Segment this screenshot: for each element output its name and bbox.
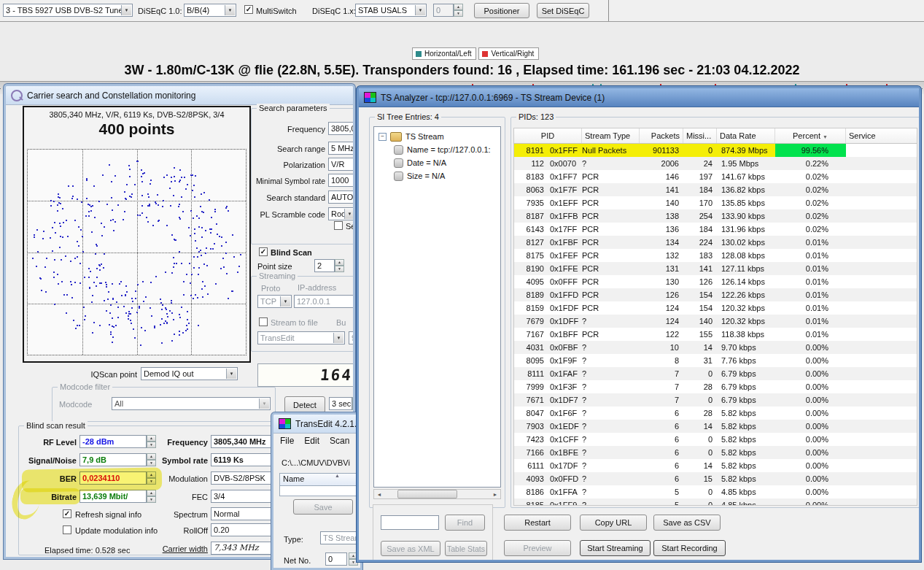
pid-row[interactable]: 81830x1FF7PCR146197141.67 kbps0.02% bbox=[514, 170, 917, 183]
min-symbol-rate-input[interactable]: 1000 bbox=[328, 174, 355, 187]
refresh-signal-checkbox[interactable]: ✓ bbox=[63, 509, 71, 518]
tree-item-date[interactable]: Date = N/A bbox=[374, 156, 500, 169]
pid-row[interactable]: 71670x1BFFPCR122155118.38 kbps0.01% bbox=[514, 328, 917, 341]
search-checkbox[interactable] bbox=[334, 221, 343, 230]
iqscan-point-select[interactable]: Demod IQ out ▼ bbox=[141, 367, 238, 380]
pid-row[interactable]: 81870x1FFBPCR138254133.90 kbps0.02% bbox=[514, 209, 917, 223]
detect-button[interactable]: Detect bbox=[284, 396, 325, 413]
spinner-up-icon[interactable]: ▲ bbox=[454, 4, 463, 10]
start-recording-button[interactable]: Start Recording bbox=[653, 540, 726, 556]
search-range-input[interactable]: 5 MHz bbox=[328, 142, 355, 155]
polarization-input[interactable]: V/R bbox=[328, 158, 355, 171]
search-standard-input[interactable]: AUTO bbox=[328, 190, 355, 204]
pid-row[interactable]: 79030x1EDF?6145.82 kbps0.00% bbox=[514, 420, 917, 433]
pid-row[interactable]: 79350x1EFFPCR140170135.85 kbps0.02% bbox=[514, 196, 917, 209]
positioner-button[interactable]: Positioner bbox=[474, 3, 529, 18]
menu-edit[interactable]: Edit bbox=[304, 436, 319, 448]
net-no-input[interactable]: 0 bbox=[325, 552, 347, 566]
multiswitch-checkbox[interactable]: ✓ bbox=[244, 5, 253, 14]
carrier-window-titlebar[interactable]: Carrier search and Constellation monitor… bbox=[6, 86, 353, 105]
transedit-titlebar[interactable]: TransEdit 4.2.1.1 bbox=[273, 415, 360, 434]
buffer-input[interactable]: 96 bbox=[349, 331, 355, 344]
column-packets[interactable]: Packets bbox=[640, 128, 683, 143]
menu-file[interactable]: File bbox=[280, 436, 294, 448]
scrollbar-thumb[interactable] bbox=[397, 490, 457, 498]
diseqc1x-select[interactable]: STAB USALS ▼ bbox=[355, 4, 427, 17]
stream-device-select[interactable]: TransEdit ▼ bbox=[257, 331, 345, 344]
spinner-up-icon[interactable]: ▲ bbox=[335, 259, 344, 266]
pid-row[interactable]: 81860x1FFA?504.85 kbps0.00% bbox=[514, 485, 917, 498]
pid-row[interactable]: 81110x1FAF?706.79 kbps0.00% bbox=[514, 367, 917, 380]
pid-row[interactable]: 40930x0FFD?6155.82 kbps0.00% bbox=[514, 472, 917, 485]
frequency-input[interactable]: 3805,00 bbox=[328, 122, 355, 135]
signal-noise-field[interactable]: 7,9 dB bbox=[79, 453, 147, 466]
pl-scramble-select[interactable]: Root ▼ bbox=[328, 207, 355, 220]
pid-row[interactable]: 61430x17FFPCR136184131.96 kbps0.02% bbox=[514, 223, 917, 236]
restart-button[interactable]: Restart bbox=[504, 515, 571, 531]
preview-button[interactable]: Preview bbox=[504, 540, 571, 556]
column-missing[interactable]: Missi... bbox=[683, 128, 717, 143]
transedit-list[interactable] bbox=[279, 486, 361, 496]
chevron-down-icon[interactable]: ▼ bbox=[226, 369, 236, 379]
pid-row[interactable]: 76710x1DF7?706.79 kbps0.00% bbox=[514, 393, 917, 407]
menu-scan[interactable]: Scan bbox=[330, 436, 349, 448]
pid-row[interactable]: 79990x1F3F?7286.79 kbps0.00% bbox=[514, 380, 917, 393]
transedit-list-header[interactable]: Name ▲ bbox=[279, 473, 361, 486]
pid-row[interactable]: 40950x0FFFPCR130126126.14 kbps0.01% bbox=[514, 275, 917, 288]
pid-row[interactable]: 61110x17DF?6145.82 kbps0.00% bbox=[514, 459, 917, 472]
interval-spinner[interactable]: ▲▼ bbox=[352, 397, 355, 410]
tree-horizontal-scrollbar[interactable]: ◄ ► bbox=[373, 489, 501, 499]
spinner-down-icon[interactable]: ▼ bbox=[454, 10, 463, 17]
column-stream-type[interactable]: Stream Type bbox=[582, 128, 640, 143]
collapse-icon[interactable]: − bbox=[378, 133, 387, 141]
pid-row[interactable]: 80470x1F6F?6285.82 kbps0.00% bbox=[514, 407, 917, 420]
modcode-select[interactable]: All ▼ bbox=[112, 397, 271, 410]
carrier-width-label[interactable]: Carrier width bbox=[150, 544, 208, 554]
pid-row[interactable]: 81850x1FF9?504.85 kbps0.00% bbox=[514, 498, 917, 506]
pid-row[interactable]: 81270x1FBFPCR134224130.02 kbps0.01% bbox=[514, 236, 917, 249]
find-button[interactable]: Find bbox=[445, 515, 485, 531]
spinner-down-icon[interactable]: ▼ bbox=[352, 404, 355, 410]
rf-level-field[interactable]: -28 dBm bbox=[79, 435, 147, 448]
scroll-left-icon[interactable]: ◄ bbox=[374, 492, 384, 497]
set-diseqc-button[interactable]: Set DiSEqC bbox=[537, 3, 589, 18]
ip-address-select[interactable]: 127.0.0.1 bbox=[294, 295, 355, 308]
column-percent[interactable]: Percent ▼ bbox=[775, 128, 846, 143]
save-as-csv-button[interactable]: Save as CSV bbox=[653, 515, 721, 531]
position-spinner[interactable]: 0 bbox=[433, 4, 454, 17]
ber-field[interactable]: 0,0234110 bbox=[79, 471, 147, 485]
pid-row[interactable]: 74230x1CFF?605.82 kbps0.00% bbox=[514, 433, 917, 446]
pid-row[interactable]: 76790x1DFF?124140120.32 kbps0.01% bbox=[514, 315, 917, 328]
diseqc10-select[interactable]: B/B(4) ▼ bbox=[184, 4, 236, 17]
stream-to-file-checkbox[interactable] bbox=[259, 317, 268, 326]
save-as-xml-button[interactable]: Save as XML bbox=[381, 541, 440, 556]
pid-table-header[interactable]: PID Stream Type Packets Missi... Data Ra… bbox=[514, 128, 917, 144]
pid-row[interactable]: 71660x1BFE?605.82 kbps0.00% bbox=[514, 446, 917, 459]
pid-row[interactable]: 81900x1FFEPCR131141127.11 kbps0.01% bbox=[514, 262, 917, 275]
start-streaming-button[interactable]: Start Streaming bbox=[580, 540, 651, 556]
bitrate-field[interactable]: 13,639 Mbit/ bbox=[79, 490, 147, 503]
interval-input[interactable]: 3 sec bbox=[329, 397, 352, 410]
column-data-rate[interactable]: Data Rate bbox=[717, 128, 775, 143]
chevron-down-icon[interactable]: ▼ bbox=[121, 5, 131, 15]
chevron-down-icon[interactable]: ▼ bbox=[344, 209, 354, 219]
column-service[interactable]: Service bbox=[846, 128, 917, 143]
si-tree-box[interactable]: − TS Stream Name = tcp://127.0.0.1: Date… bbox=[373, 126, 501, 488]
spinner-down-icon[interactable]: ▼ bbox=[335, 266, 344, 272]
spinner-up-icon[interactable]: ▲ bbox=[352, 397, 355, 404]
constellation-plot[interactable] bbox=[27, 149, 246, 355]
tuner-select[interactable]: 3 - TBS 5927 USB DVB-S2 Tuner ▼ bbox=[3, 4, 133, 17]
ts-analyzer-titlebar[interactable]: TS Analyzer - tcp://127.0.0.1:6969 - TS … bbox=[359, 88, 919, 107]
point-size-spinner[interactable]: ▲▼ bbox=[335, 259, 344, 272]
pid-row[interactable]: 81590x1FDFPCR124154120.32 kbps0.01% bbox=[514, 301, 917, 315]
find-input[interactable] bbox=[381, 515, 439, 530]
pid-row[interactable]: 80950x1F9F?8317.76 kbps0.00% bbox=[514, 354, 917, 367]
chevron-down-icon[interactable]: ▼ bbox=[415, 5, 425, 15]
copy-url-button[interactable]: Copy URL bbox=[580, 515, 647, 531]
pid-row[interactable]: 1120x0070?2006241.95 Mbps0.22% bbox=[514, 157, 917, 170]
column-pid[interactable]: PID bbox=[514, 128, 582, 143]
proto-select[interactable]: TCP ▼ bbox=[257, 295, 292, 308]
pid-row[interactable]: 81890x1FFDPCR126154122.26 kbps0.01% bbox=[514, 288, 917, 301]
tree-item-size[interactable]: Size = N/A bbox=[374, 169, 500, 182]
blind-scan-checkbox[interactable]: ✓ bbox=[259, 247, 268, 256]
